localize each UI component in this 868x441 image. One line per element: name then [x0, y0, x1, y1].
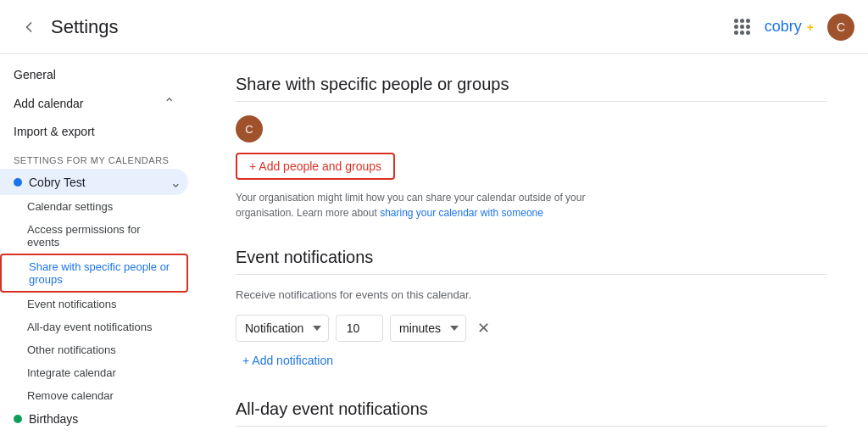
share-info-text: Your organisation might limit how you ca… — [236, 190, 609, 220]
sharing-link[interactable]: sharing your calendar with someone — [380, 207, 543, 219]
add-calendar-label: Add calendar — [14, 97, 84, 110]
settings-for-other-calendars-label: Settings for other calendars — [0, 431, 195, 441]
sub-item-share-people-groups[interactable]: Share with specific people or groups — [0, 254, 188, 293]
sidebar-item-import-export[interactable]: Import & export — [0, 118, 188, 145]
add-people-button[interactable]: + Add people and groups — [236, 153, 395, 180]
page-title: Settings — [51, 16, 727, 38]
cobry-test-calendar-item[interactable]: Cobry Test ⌃ — [0, 169, 188, 195]
sub-item-other-notifications[interactable]: Other notifications — [0, 338, 188, 361]
avatar[interactable]: C — [827, 14, 854, 41]
sub-item-calendar-settings[interactable]: Calendar settings — [0, 195, 188, 218]
cobry-test-dot — [14, 178, 22, 187]
birthdays-calendar-item[interactable]: Birthdays — [0, 407, 188, 431]
all-day-section: All-day event notifications Receive noti… — [236, 399, 827, 441]
chevron-down-icon: ⌃ — [164, 95, 175, 111]
notification-row: Notification Email minutes hours days we… — [236, 315, 827, 342]
main-content: Share with specific people or groups C +… — [195, 54, 868, 441]
remove-notification-button[interactable]: ✕ — [473, 318, 493, 338]
settings-for-my-calendars-label: Settings for my calendars — [0, 145, 195, 169]
topbar-right: cobry+ C — [727, 12, 854, 42]
sub-item-remove-calendar[interactable]: Remove calendar — [0, 384, 188, 407]
birthdays-left: Birthdays — [14, 412, 78, 426]
cobry-test-left: Cobry Test — [14, 176, 86, 189]
sub-item-integrate-calendar[interactable]: Integrate calendar — [0, 361, 188, 384]
sub-item-event-notifications[interactable]: Event notifications — [0, 293, 188, 315]
add-event-notification-button[interactable]: + Add notification — [236, 349, 340, 372]
apps-icon[interactable] — [727, 12, 758, 42]
notification-unit-select[interactable]: minutes hours days weeks — [390, 315, 466, 342]
add-event-notification-label: + Add notification — [242, 354, 333, 367]
notification-type-select[interactable]: Notification Email — [236, 315, 329, 342]
sub-item-all-day-event-notifications[interactable]: All-day event notifications — [0, 315, 188, 338]
sidebar-item-general[interactable]: General — [0, 61, 188, 88]
share-section: Share with specific people or groups C +… — [236, 75, 827, 220]
birthdays-dot — [14, 415, 22, 423]
birthdays-label: Birthdays — [29, 412, 78, 426]
back-button[interactable] — [14, 12, 44, 42]
sidebar: General Add calendar ⌃ Import & export S… — [0, 54, 195, 441]
add-people-button-label: + Add people and groups — [249, 159, 381, 173]
sidebar-item-add-calendar[interactable]: Add calendar ⌃ — [0, 88, 188, 118]
brand-name: cobry — [765, 18, 802, 36]
cobry-test-label: Cobry Test — [29, 176, 86, 189]
import-export-label: Import & export — [14, 125, 95, 138]
event-notifications-section: Event notifications Receive notification… — [236, 248, 827, 372]
main-layout: General Add calendar ⌃ Import & export S… — [0, 54, 868, 441]
sub-item-access-permissions[interactable]: Access permissions for events — [0, 218, 188, 254]
notification-value-input[interactable] — [336, 315, 383, 342]
brand-plus: + — [807, 20, 814, 34]
chevron-up-icon: ⌃ — [170, 174, 181, 190]
event-notifications-subtitle: Receive notifications for events on this… — [236, 288, 827, 301]
event-notifications-title: Event notifications — [236, 248, 827, 275]
share-user-avatar: C — [236, 115, 263, 142]
topbar: Settings cobry+ C — [0, 0, 868, 54]
share-section-title: Share with specific people or groups — [236, 75, 827, 102]
all-day-section-title: All-day event notifications — [236, 399, 827, 427]
general-label: General — [14, 68, 56, 81]
brand-logo: cobry+ — [765, 18, 814, 36]
